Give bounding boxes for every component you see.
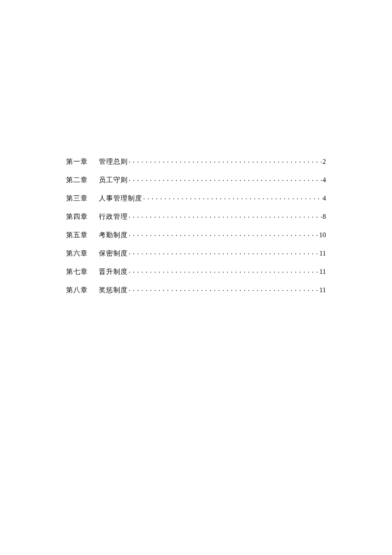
toc-title: 管理总则 — [99, 158, 128, 165]
toc-entry: 第五章 考勤制度 10 — [66, 230, 326, 238]
toc-entry: 第六章 保密制度 11 — [66, 249, 326, 257]
toc-chapter: 第五章 — [66, 232, 99, 238]
toc-chapter: 第七章 — [66, 268, 99, 275]
toc-leader-dots — [129, 212, 322, 219]
toc-chapter: 第四章 — [66, 213, 99, 220]
toc-page-number: 11 — [320, 268, 326, 275]
toc-leader-dots — [143, 194, 322, 200]
toc-entry: 第二章 员工守则 4 — [66, 175, 326, 183]
toc-entry: 第四章 行政管理 8 — [66, 212, 326, 220]
toc-title: 员工守则 — [99, 177, 128, 183]
toc-page-number: 4 — [323, 195, 326, 202]
toc-page-number: 4 — [323, 177, 326, 183]
toc-title: 行政管理 — [99, 213, 128, 220]
toc-chapter: 第二章 — [66, 177, 99, 183]
toc-title: 考勤制度 — [99, 232, 128, 238]
toc-chapter: 第六章 — [66, 250, 99, 257]
toc-page-number: 2 — [323, 158, 326, 165]
toc-title: 保密制度 — [99, 250, 128, 257]
toc-page-number: 11 — [320, 250, 326, 257]
toc-entry: 第八章 奖惩制度 11 — [66, 285, 326, 293]
toc-page-number: 10 — [319, 232, 326, 238]
toc-title: 人事管理制度 — [99, 195, 142, 202]
toc-page-number: 8 — [323, 213, 326, 220]
toc-entry: 第七章 晋升制度 11 — [66, 267, 326, 275]
toc-chapter: 第八章 — [66, 287, 99, 293]
toc-page-number: 11 — [320, 287, 326, 293]
toc-leader-dots — [129, 157, 322, 164]
toc-leader-dots — [129, 267, 319, 274]
toc-entry: 第一章 管理总则 2 — [66, 157, 326, 165]
toc-chapter: 第一章 — [66, 158, 99, 165]
toc-leader-dots — [129, 285, 319, 292]
toc-title: 晋升制度 — [99, 268, 128, 275]
toc-leader-dots — [129, 230, 318, 237]
toc-leader-dots — [129, 175, 322, 182]
toc-entry: 第三章 人事管理制度 4 — [66, 194, 326, 202]
toc-title: 奖惩制度 — [99, 287, 128, 293]
toc-chapter: 第三章 — [66, 195, 99, 202]
page: 第一章 管理总则 2 第二章 员工守则 4 第三章 人事管理制度 4 第四章 行… — [0, 0, 392, 555]
table-of-contents: 第一章 管理总则 2 第二章 员工守则 4 第三章 人事管理制度 4 第四章 行… — [66, 157, 326, 293]
toc-leader-dots — [129, 249, 319, 256]
